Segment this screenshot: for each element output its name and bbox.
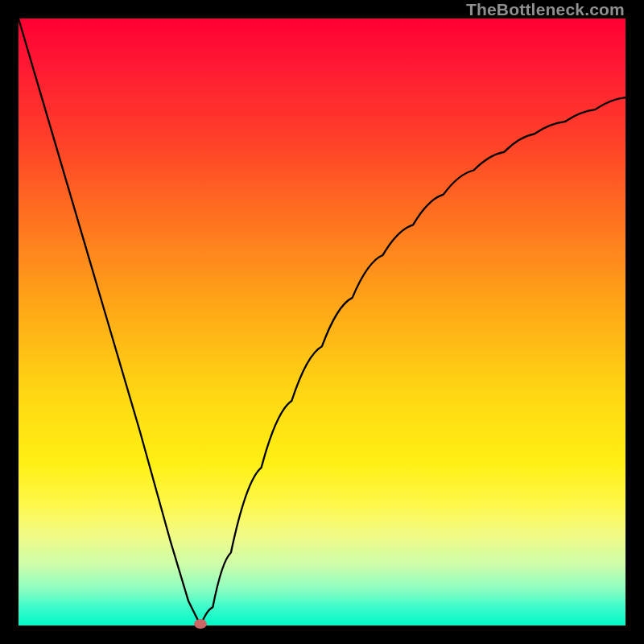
chart-frame: TheBottleneck.com <box>0 0 644 644</box>
chart-plot-area <box>19 19 625 625</box>
bottleneck-curve <box>19 19 625 625</box>
minimum-marker <box>194 619 207 629</box>
watermark-text: TheBottleneck.com <box>466 0 625 19</box>
